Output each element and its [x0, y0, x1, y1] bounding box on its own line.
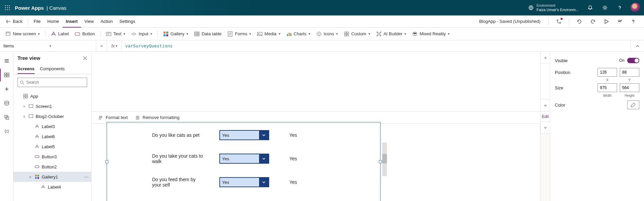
property-selector[interactable]: Items▾ — [0, 40, 96, 51]
label-button[interactable]: Label — [48, 29, 72, 39]
formula-input[interactable]: varSurveyQuestions — [122, 40, 631, 51]
survey-dropdown[interactable]: Yes — [219, 130, 269, 140]
visible-toggle[interactable] — [627, 58, 639, 63]
svg-rect-48 — [26, 94, 28, 96]
charts-dropdown[interactable]: Charts▾ — [284, 29, 313, 39]
position-y-input[interactable] — [620, 68, 639, 77]
rail-media-icon[interactable] — [0, 111, 13, 124]
svg-rect-15 — [106, 32, 111, 36]
button-button[interactable]: Button — [72, 29, 98, 39]
tab-components[interactable]: Components — [40, 64, 65, 74]
survey-dropdown[interactable]: Yes — [219, 154, 269, 164]
rail-hamburger-icon[interactable] — [0, 54, 13, 67]
svg-rect-20 — [194, 32, 199, 36]
tree-item-blog2[interactable]: vBlog2-October — [13, 111, 91, 121]
share-icon[interactable] — [614, 15, 626, 28]
tree-item-gallery1[interactable]: vGallery1⋯ — [13, 172, 91, 182]
fx-side-dropdown-icon[interactable] — [541, 99, 550, 112]
svg-rect-31 — [347, 32, 349, 34]
gallery-dropdown[interactable]: Gallery▾ — [160, 29, 191, 39]
prop-color-label: Color — [555, 103, 627, 108]
svg-rect-39 — [4, 73, 6, 75]
tree-item-screen1[interactable]: >Screen1 — [13, 101, 91, 111]
svg-rect-52 — [29, 115, 33, 118]
mixed-reality-dropdown[interactable]: Mixed Reality▾ — [409, 29, 452, 39]
menu-action[interactable]: Action — [97, 15, 116, 28]
design-canvas[interactable]: Do you like cats as pet Yes Yes Do you t… — [92, 124, 540, 201]
environment-picker[interactable]: EnvironmentFaiza Umair's Environm... — [528, 4, 583, 12]
fx-side-expand-icon[interactable] — [541, 52, 550, 64]
user-avatar[interactable] — [631, 3, 641, 13]
svg-rect-54 — [35, 166, 39, 168]
remove-formatting-button[interactable]: Remove formatting — [135, 115, 180, 120]
forms-dropdown[interactable]: Forms▾ — [225, 29, 254, 39]
data-table-button[interactable]: Data table — [191, 29, 224, 39]
formula-expanded-area[interactable] — [92, 52, 550, 112]
icons-dropdown[interactable]: Icons▾ — [314, 29, 341, 39]
tab-screens[interactable]: Screens — [17, 64, 35, 74]
rail-tree-view-icon[interactable] — [0, 69, 13, 81]
help-icon[interactable] — [612, 0, 627, 15]
rail-insert-icon[interactable] — [0, 83, 13, 95]
svg-rect-33 — [347, 34, 349, 36]
fx-side-dropdown2-icon[interactable] — [541, 122, 550, 134]
tree-search[interactable] — [17, 78, 87, 87]
formula-action-row: Format text Remove formatting — [92, 112, 550, 124]
fx-edit-link[interactable]: Edit — [541, 112, 550, 122]
fx-label-icon[interactable]: fx▾ — [107, 40, 122, 51]
text-dropdown[interactable]: Text▾ — [103, 29, 128, 39]
menu-file[interactable]: File — [30, 15, 44, 28]
menu-insert[interactable]: Insert — [63, 15, 81, 28]
new-screen-button[interactable]: New screen▾ — [3, 29, 42, 39]
back-button[interactable]: Back — [3, 19, 26, 24]
notifications-icon[interactable] — [583, 0, 598, 15]
input-dropdown[interactable]: Input▾ — [129, 29, 155, 39]
svg-rect-18 — [164, 34, 166, 36]
position-x-input[interactable] — [598, 68, 617, 77]
app-launcher-icon[interactable] — [0, 0, 15, 15]
save-status: BlogApp - Saved (Unpublished) — [475, 19, 544, 24]
custom-dropdown[interactable]: Custom▾ — [341, 29, 373, 39]
help2-icon[interactable] — [627, 15, 639, 28]
gallery-scrollbar[interactable] — [382, 143, 387, 176]
svg-rect-53 — [35, 156, 39, 158]
redo-icon[interactable] — [587, 15, 599, 28]
tree-item-label3[interactable]: Label3 — [13, 121, 91, 131]
menu-view[interactable]: View — [81, 15, 97, 28]
menu-home[interactable]: Home — [44, 15, 63, 28]
svg-rect-47 — [24, 94, 25, 96]
version-control-icon[interactable] — [553, 15, 565, 28]
size-height-input[interactable] — [620, 83, 639, 92]
tree-search-input[interactable] — [26, 80, 85, 85]
size-width-input[interactable] — [598, 83, 617, 92]
insert-ribbon: New screen▾ Label Button Text▾ Input▾ Ga… — [0, 28, 644, 40]
format-text-button[interactable]: Format text — [98, 115, 128, 120]
tree-app[interactable]: App — [13, 91, 91, 101]
svg-point-5 — [9, 7, 10, 8]
undo-icon[interactable] — [573, 15, 585, 28]
tree-close-icon[interactable] — [83, 56, 87, 60]
media-dropdown[interactable]: Media▾ — [254, 29, 283, 39]
resize-handle-right[interactable] — [379, 160, 382, 163]
tree-item-label5[interactable]: Label5 — [13, 142, 91, 152]
settings-icon[interactable] — [598, 0, 612, 15]
tree-item-button3[interactable]: Button3 — [13, 152, 91, 162]
rail-advanced-icon[interactable] — [0, 125, 13, 138]
formula-collapse-icon[interactable] — [631, 40, 644, 51]
ai-builder-dropdown[interactable]: AI Builder▾ — [373, 29, 409, 39]
chevron-down-icon — [259, 154, 269, 163]
menu-settings[interactable]: Settings — [116, 15, 139, 28]
play-icon[interactable] — [600, 15, 612, 28]
tree-item-label6[interactable]: Label6 — [13, 131, 91, 142]
tree-item-more-icon[interactable]: ⋯ — [84, 174, 88, 179]
survey-answer: Yes — [289, 156, 297, 161]
survey-answer: Yes — [289, 132, 297, 138]
tree-item-label4[interactable]: Label4 — [13, 182, 91, 192]
gallery-row: Do you like cats as pet Yes Yes — [112, 126, 374, 145]
resize-handle-left[interactable] — [105, 160, 108, 163]
tree-item-button2[interactable]: Button2 — [13, 162, 91, 172]
rail-data-icon[interactable] — [0, 97, 13, 110]
color-picker-button[interactable] — [627, 100, 639, 109]
svg-point-2 — [9, 5, 10, 6]
survey-dropdown[interactable]: Yes — [219, 177, 269, 187]
